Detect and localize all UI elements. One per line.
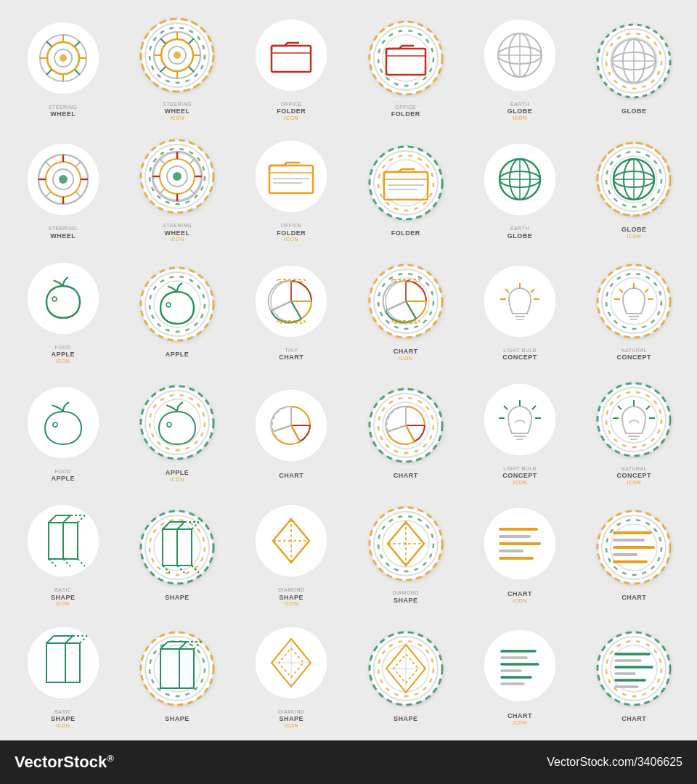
icon-main-text: APPLE xyxy=(51,351,75,359)
icon-type-text: ICON xyxy=(166,477,189,483)
icon-label-33: SHAPE xyxy=(394,715,418,723)
icon-cell-28: CHART ICON xyxy=(464,493,575,611)
icon-label-23: natural Concept ICON xyxy=(617,466,652,486)
icon-main-text: CHART xyxy=(394,472,418,480)
icon-small-text: diamond xyxy=(278,709,305,715)
icon-cell-12: food APPLE ICON xyxy=(7,250,118,369)
icon-wrapper-13 xyxy=(134,261,221,348)
icon-wrapper-3 xyxy=(362,15,449,102)
icon-cell-31: SHAPE xyxy=(121,615,232,733)
vectorstock-url: VectorStock.com/3406625 xyxy=(547,756,682,769)
icon-type-text: ICON xyxy=(277,115,306,121)
icon-type-text: ICON xyxy=(51,723,76,729)
icon-label-2: office FOLDER ICON xyxy=(277,102,306,122)
icon-small-text: office xyxy=(391,105,420,110)
icon-small-text: steering xyxy=(163,102,192,107)
icon-type-text: ICON xyxy=(508,598,532,604)
icon-label-28: CHART ICON xyxy=(508,590,532,604)
icon-label-1: steering WHEEL ICON xyxy=(163,102,192,122)
icon-wrapper-11 xyxy=(590,136,677,223)
svg-point-256 xyxy=(27,626,99,699)
icon-small-text: food xyxy=(51,345,75,351)
icon-cell-17: natural Concept xyxy=(579,250,690,369)
icon-main-text: GLOBE xyxy=(621,226,647,234)
icon-cell-7: steering WHEEL ICON xyxy=(121,128,232,247)
icon-wrapper-16 xyxy=(476,258,563,345)
icon-cell-19: APPLE ICON xyxy=(121,372,232,490)
icon-small-text: office xyxy=(277,102,306,107)
icon-label-32: diamond SHAPE ICON xyxy=(278,709,305,730)
icon-type-text: ICON xyxy=(163,115,192,121)
icon-type-text: ICON xyxy=(617,480,652,486)
svg-point-176 xyxy=(484,383,556,456)
icon-cell-22: light bulb CONCEPT ICON xyxy=(464,372,575,490)
icon-cell-24: basic SHAPE ICON xyxy=(7,493,118,611)
icon-main-text: SHAPE xyxy=(394,715,418,723)
icon-cell-2: office FOLDER ICON xyxy=(236,7,347,126)
icon-type-text: ICON xyxy=(621,234,647,240)
icon-main-text: CHART xyxy=(508,590,532,598)
icon-cell-33: SHAPE xyxy=(350,615,461,733)
icon-main-text: SHAPE xyxy=(278,715,305,723)
icon-wrapper-12 xyxy=(20,255,107,342)
icon-label-7: steering WHEEL ICON xyxy=(163,223,192,243)
icon-cell-13: APPLE xyxy=(121,250,232,369)
icon-cell-11: GLOBE ICON xyxy=(579,128,690,247)
icon-label-17: natural Concept xyxy=(617,348,652,362)
icon-wrapper-26 xyxy=(248,497,335,584)
icon-cell-35: CHART xyxy=(579,615,690,733)
icon-main-text: SHAPE xyxy=(165,594,189,602)
icon-main-text: FOLDER xyxy=(391,110,420,118)
icon-wrapper-7 xyxy=(134,133,221,220)
icon-small-text: basic xyxy=(51,709,76,715)
icon-wrapper-17 xyxy=(590,258,677,345)
icon-main-text: FOLDER xyxy=(277,229,306,237)
icon-main-text: APPLE xyxy=(51,475,75,483)
icon-wrapper-8 xyxy=(248,133,335,220)
icon-cell-25: SHAPE xyxy=(121,493,232,611)
icon-small-text: light bulb xyxy=(502,466,537,472)
icon-main-text: SHAPE xyxy=(51,715,76,723)
icon-main-text: SHAPE xyxy=(51,594,76,602)
icon-small-text: natural xyxy=(617,348,652,354)
icon-type-text: ICON xyxy=(278,723,305,729)
icon-label-35: CHART xyxy=(621,715,646,723)
icon-type-text: ICON xyxy=(278,601,305,607)
icon-main-text: SHAPE xyxy=(392,597,419,605)
icon-cell-21: CHART xyxy=(350,372,461,490)
icon-type-text: ICON xyxy=(508,115,533,121)
icon-main-text: CHART xyxy=(621,715,646,723)
icon-main-text: Concept xyxy=(617,354,652,362)
icon-label-26: diamond SHAPE ICON xyxy=(278,587,305,608)
svg-point-86 xyxy=(255,140,327,213)
icon-label-8: office FOLDER ICON xyxy=(277,223,306,243)
icon-wrapper-15 xyxy=(362,258,449,345)
icon-main-text: CHART xyxy=(621,594,646,602)
icon-type-text: ICON xyxy=(277,237,306,242)
icon-label-16: light bulb CONCEPT xyxy=(502,348,537,362)
icon-wrapper-19 xyxy=(134,379,221,466)
icon-label-10: Earth GLOBE xyxy=(508,226,533,240)
icon-label-3: office FOLDER xyxy=(391,105,420,118)
svg-point-160 xyxy=(27,386,99,459)
icon-small-text: office xyxy=(277,223,306,229)
icon-wrapper-0 xyxy=(20,15,107,102)
icon-label-9: FOLDER xyxy=(391,229,420,237)
icon-wrapper-29 xyxy=(590,504,677,591)
svg-point-21 xyxy=(174,52,181,59)
icon-main-text: FOLDER xyxy=(391,229,420,237)
icon-small-text: diamond xyxy=(278,587,305,593)
icon-wrapper-20 xyxy=(248,382,335,469)
icon-label-19: APPLE ICON xyxy=(166,469,189,483)
icon-cell-26: diamond SHAPE ICON xyxy=(236,493,347,611)
icon-cell-20: CHART xyxy=(236,372,347,490)
icon-small-text: light bulb xyxy=(502,348,537,354)
svg-point-77 xyxy=(173,172,182,181)
icon-label-5: GLOBE xyxy=(621,107,647,115)
icon-wrapper-5 xyxy=(590,17,677,105)
icon-main-text: APPLE xyxy=(166,351,189,359)
icon-wrapper-34 xyxy=(476,622,563,709)
icon-wrapper-2 xyxy=(248,12,335,99)
svg-point-116 xyxy=(27,262,99,335)
icon-cell-5: GLOBE xyxy=(579,7,690,126)
